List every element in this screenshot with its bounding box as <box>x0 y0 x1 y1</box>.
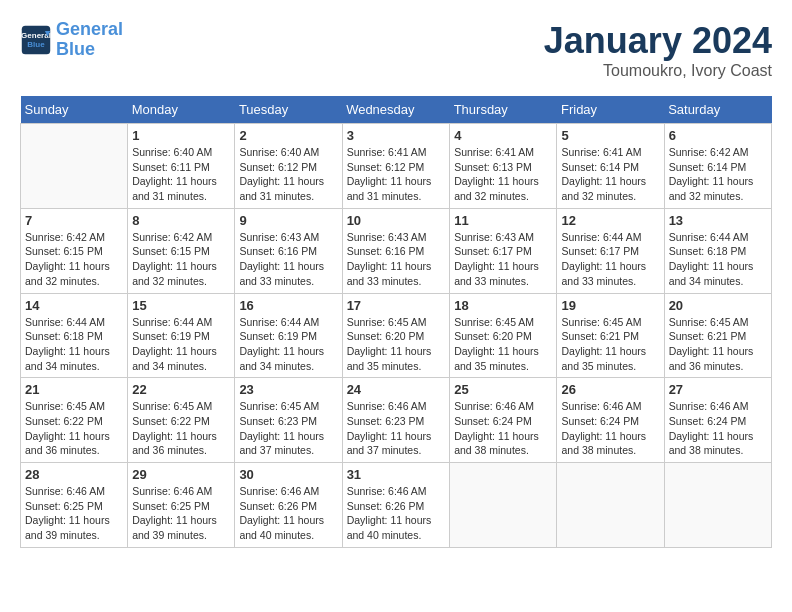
calendar-cell: 7Sunrise: 6:42 AMSunset: 6:15 PMDaylight… <box>21 208 128 293</box>
day-info: Sunrise: 6:40 AMSunset: 6:12 PMDaylight:… <box>239 145 337 204</box>
day-info: Sunrise: 6:44 AMSunset: 6:18 PMDaylight:… <box>25 315 123 374</box>
calendar-week-row: 7Sunrise: 6:42 AMSunset: 6:15 PMDaylight… <box>21 208 772 293</box>
day-number: 21 <box>25 382 123 397</box>
calendar-cell: 26Sunrise: 6:46 AMSunset: 6:24 PMDayligh… <box>557 378 664 463</box>
day-number: 29 <box>132 467 230 482</box>
calendar-cell: 16Sunrise: 6:44 AMSunset: 6:19 PMDayligh… <box>235 293 342 378</box>
day-number: 18 <box>454 298 552 313</box>
day-info: Sunrise: 6:43 AMSunset: 6:16 PMDaylight:… <box>239 230 337 289</box>
day-info: Sunrise: 6:43 AMSunset: 6:17 PMDaylight:… <box>454 230 552 289</box>
calendar-cell: 30Sunrise: 6:46 AMSunset: 6:26 PMDayligh… <box>235 463 342 548</box>
day-info: Sunrise: 6:45 AMSunset: 6:21 PMDaylight:… <box>669 315 767 374</box>
day-info: Sunrise: 6:41 AMSunset: 6:12 PMDaylight:… <box>347 145 446 204</box>
calendar-cell: 21Sunrise: 6:45 AMSunset: 6:22 PMDayligh… <box>21 378 128 463</box>
calendar-cell: 24Sunrise: 6:46 AMSunset: 6:23 PMDayligh… <box>342 378 450 463</box>
calendar-table: SundayMondayTuesdayWednesdayThursdayFrid… <box>20 96 772 548</box>
day-number: 5 <box>561 128 659 143</box>
calendar-cell: 19Sunrise: 6:45 AMSunset: 6:21 PMDayligh… <box>557 293 664 378</box>
calendar-cell: 13Sunrise: 6:44 AMSunset: 6:18 PMDayligh… <box>664 208 771 293</box>
day-info: Sunrise: 6:46 AMSunset: 6:25 PMDaylight:… <box>25 484 123 543</box>
day-info: Sunrise: 6:42 AMSunset: 6:15 PMDaylight:… <box>132 230 230 289</box>
day-info: Sunrise: 6:46 AMSunset: 6:24 PMDaylight:… <box>561 399 659 458</box>
calendar-cell: 1Sunrise: 6:40 AMSunset: 6:11 PMDaylight… <box>128 124 235 209</box>
logo-icon: General Blue <box>20 24 52 56</box>
day-info: Sunrise: 6:45 AMSunset: 6:23 PMDaylight:… <box>239 399 337 458</box>
day-info: Sunrise: 6:46 AMSunset: 6:24 PMDaylight:… <box>669 399 767 458</box>
calendar-cell: 4Sunrise: 6:41 AMSunset: 6:13 PMDaylight… <box>450 124 557 209</box>
day-number: 27 <box>669 382 767 397</box>
calendar-cell: 14Sunrise: 6:44 AMSunset: 6:18 PMDayligh… <box>21 293 128 378</box>
day-number: 13 <box>669 213 767 228</box>
day-info: Sunrise: 6:45 AMSunset: 6:21 PMDaylight:… <box>561 315 659 374</box>
calendar-cell: 8Sunrise: 6:42 AMSunset: 6:15 PMDaylight… <box>128 208 235 293</box>
day-number: 15 <box>132 298 230 313</box>
calendar-cell: 17Sunrise: 6:45 AMSunset: 6:20 PMDayligh… <box>342 293 450 378</box>
day-number: 12 <box>561 213 659 228</box>
day-number: 28 <box>25 467 123 482</box>
day-info: Sunrise: 6:46 AMSunset: 6:23 PMDaylight:… <box>347 399 446 458</box>
page-header: General Blue General Blue January 2024 T… <box>20 20 772 80</box>
calendar-cell: 12Sunrise: 6:44 AMSunset: 6:17 PMDayligh… <box>557 208 664 293</box>
day-info: Sunrise: 6:45 AMSunset: 6:22 PMDaylight:… <box>132 399 230 458</box>
day-info: Sunrise: 6:46 AMSunset: 6:25 PMDaylight:… <box>132 484 230 543</box>
day-info: Sunrise: 6:46 AMSunset: 6:26 PMDaylight:… <box>347 484 446 543</box>
weekday-header-monday: Monday <box>128 96 235 124</box>
day-info: Sunrise: 6:42 AMSunset: 6:14 PMDaylight:… <box>669 145 767 204</box>
weekday-header-tuesday: Tuesday <box>235 96 342 124</box>
day-info: Sunrise: 6:41 AMSunset: 6:13 PMDaylight:… <box>454 145 552 204</box>
day-number: 26 <box>561 382 659 397</box>
weekday-header-sunday: Sunday <box>21 96 128 124</box>
calendar-cell <box>21 124 128 209</box>
day-info: Sunrise: 6:40 AMSunset: 6:11 PMDaylight:… <box>132 145 230 204</box>
day-info: Sunrise: 6:44 AMSunset: 6:19 PMDaylight:… <box>239 315 337 374</box>
day-info: Sunrise: 6:45 AMSunset: 6:20 PMDaylight:… <box>347 315 446 374</box>
day-number: 23 <box>239 382 337 397</box>
day-info: Sunrise: 6:46 AMSunset: 6:24 PMDaylight:… <box>454 399 552 458</box>
calendar-cell: 9Sunrise: 6:43 AMSunset: 6:16 PMDaylight… <box>235 208 342 293</box>
calendar-cell: 22Sunrise: 6:45 AMSunset: 6:22 PMDayligh… <box>128 378 235 463</box>
day-number: 4 <box>454 128 552 143</box>
calendar-cell: 29Sunrise: 6:46 AMSunset: 6:25 PMDayligh… <box>128 463 235 548</box>
day-number: 1 <box>132 128 230 143</box>
weekday-header-thursday: Thursday <box>450 96 557 124</box>
calendar-week-row: 21Sunrise: 6:45 AMSunset: 6:22 PMDayligh… <box>21 378 772 463</box>
calendar-cell: 20Sunrise: 6:45 AMSunset: 6:21 PMDayligh… <box>664 293 771 378</box>
calendar-cell <box>557 463 664 548</box>
day-info: Sunrise: 6:41 AMSunset: 6:14 PMDaylight:… <box>561 145 659 204</box>
calendar-cell: 3Sunrise: 6:41 AMSunset: 6:12 PMDaylight… <box>342 124 450 209</box>
day-number: 3 <box>347 128 446 143</box>
day-number: 9 <box>239 213 337 228</box>
day-number: 20 <box>669 298 767 313</box>
weekday-header-row: SundayMondayTuesdayWednesdayThursdayFrid… <box>21 96 772 124</box>
day-info: Sunrise: 6:42 AMSunset: 6:15 PMDaylight:… <box>25 230 123 289</box>
calendar-week-row: 14Sunrise: 6:44 AMSunset: 6:18 PMDayligh… <box>21 293 772 378</box>
day-number: 7 <box>25 213 123 228</box>
day-number: 24 <box>347 382 446 397</box>
svg-text:Blue: Blue <box>27 40 45 49</box>
month-title: January 2024 <box>544 20 772 62</box>
weekday-header-wednesday: Wednesday <box>342 96 450 124</box>
calendar-cell: 10Sunrise: 6:43 AMSunset: 6:16 PMDayligh… <box>342 208 450 293</box>
calendar-cell: 6Sunrise: 6:42 AMSunset: 6:14 PMDaylight… <box>664 124 771 209</box>
day-number: 6 <box>669 128 767 143</box>
calendar-cell: 5Sunrise: 6:41 AMSunset: 6:14 PMDaylight… <box>557 124 664 209</box>
day-number: 16 <box>239 298 337 313</box>
calendar-cell: 18Sunrise: 6:45 AMSunset: 6:20 PMDayligh… <box>450 293 557 378</box>
day-number: 31 <box>347 467 446 482</box>
logo-line2: Blue <box>56 39 95 59</box>
calendar-cell: 27Sunrise: 6:46 AMSunset: 6:24 PMDayligh… <box>664 378 771 463</box>
day-number: 14 <box>25 298 123 313</box>
calendar-week-row: 1Sunrise: 6:40 AMSunset: 6:11 PMDaylight… <box>21 124 772 209</box>
calendar-cell: 28Sunrise: 6:46 AMSunset: 6:25 PMDayligh… <box>21 463 128 548</box>
day-info: Sunrise: 6:46 AMSunset: 6:26 PMDaylight:… <box>239 484 337 543</box>
weekday-header-friday: Friday <box>557 96 664 124</box>
calendar-cell <box>450 463 557 548</box>
logo-text: General Blue <box>56 20 123 60</box>
day-number: 30 <box>239 467 337 482</box>
calendar-cell: 31Sunrise: 6:46 AMSunset: 6:26 PMDayligh… <box>342 463 450 548</box>
calendar-week-row: 28Sunrise: 6:46 AMSunset: 6:25 PMDayligh… <box>21 463 772 548</box>
calendar-cell: 23Sunrise: 6:45 AMSunset: 6:23 PMDayligh… <box>235 378 342 463</box>
day-info: Sunrise: 6:44 AMSunset: 6:18 PMDaylight:… <box>669 230 767 289</box>
calendar-cell: 15Sunrise: 6:44 AMSunset: 6:19 PMDayligh… <box>128 293 235 378</box>
location-subtitle: Toumoukro, Ivory Coast <box>544 62 772 80</box>
